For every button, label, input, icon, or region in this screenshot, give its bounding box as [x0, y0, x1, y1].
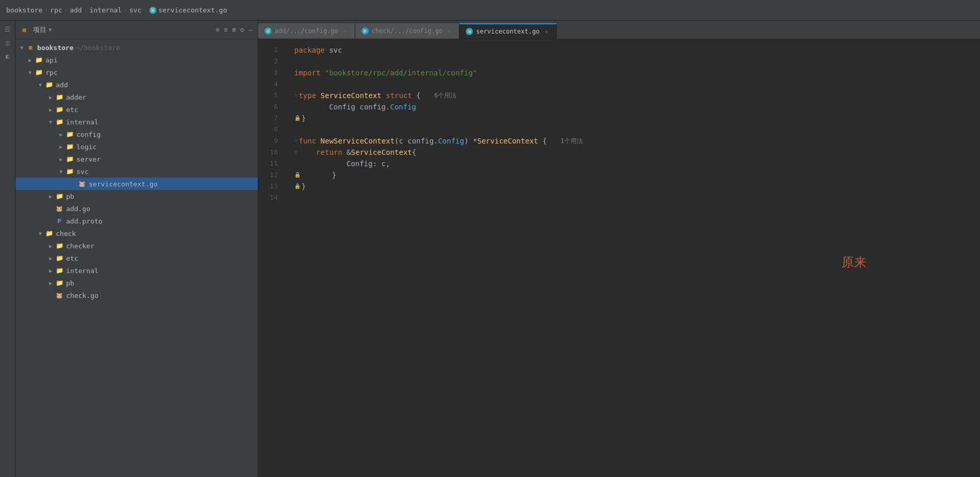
tree-item-add-proto[interactable]: P add.proto — [15, 215, 258, 227]
tree-item-check[interactable]: ▼ 📁 check — [15, 227, 258, 240]
tab1-go-icon: 🐹 — [264, 27, 272, 35]
add-arrow: ▼ — [36, 82, 44, 88]
tree-item-logic[interactable]: ▶ 📁 logic — [15, 140, 258, 153]
internal-folder-icon: 📁 — [55, 118, 64, 125]
add-button[interactable]: ⊕ — [215, 25, 221, 35]
kw-func-9: func — [299, 135, 317, 147]
lock-7: 🔒 — [294, 113, 301, 124]
func-newservicecontext: NewServiceContext — [321, 135, 394, 147]
server-arrow: ▶ — [57, 156, 65, 162]
tree-item-checker[interactable]: ▶ 📁 checker — [15, 240, 258, 252]
project-label-text: 项目 — [33, 25, 46, 35]
code-editor: 1 2 3 4 5 6 7 8 9 10 11 12 13 14 package… — [258, 39, 980, 477]
breadcrumb-bookstore[interactable]: bookstore — [6, 6, 42, 14]
tree-item-api[interactable]: ▶ 📁 api — [15, 54, 258, 66]
sidebar-icon-2[interactable]: ◫ — [2, 37, 13, 49]
logic-arrow: ▶ — [57, 144, 65, 150]
pb-folder-icon: 📁 — [55, 193, 64, 200]
tree-item-etc2[interactable]: ▶ 📁 etc — [15, 252, 258, 264]
breadcrumb-file[interactable]: 🐹 servicecontext.go — [149, 6, 227, 14]
tree-item-add[interactable]: ▼ 📁 add — [15, 78, 258, 91]
folder-icon: ■ — [20, 26, 29, 34]
param-config-type: Config — [438, 135, 464, 147]
servicecontext-label: servicecontext.go — [89, 180, 157, 188]
project-dropdown-arrow: ▼ — [49, 27, 52, 33]
root-path: ~/bookstore — [75, 44, 120, 52]
project-dropdown[interactable]: ■ 项目 ▼ — [20, 25, 52, 35]
fold-arrow-5: ▽ — [294, 90, 298, 101]
tab-add-config[interactable]: 🐹 add/.../config.go × — [258, 23, 355, 39]
code-line-6: Config config. Config — [294, 101, 980, 113]
check-go-icon: 🐹 — [55, 292, 64, 299]
root-arrow: ▼ — [18, 45, 26, 51]
checker-arrow: ▶ — [46, 243, 55, 249]
kw-type-5: type — [299, 90, 317, 101]
sidebar-icon-1[interactable]: ☰ — [2, 24, 13, 35]
tab-servicecontext[interactable]: 🐹 servicecontext.go × — [460, 23, 557, 39]
file-tree-panel: ■ 项目 ▼ ⊕ ≡ ≢ ⚙ — ▼ ■ bookstore ~/booksto… — [15, 21, 258, 477]
sidebar-icon-3[interactable]: ◧ — [2, 51, 13, 62]
settings-button[interactable]: ⚙ — [239, 25, 245, 35]
collapse-button[interactable]: ≡ — [223, 25, 229, 35]
tree-item-internal[interactable]: ▼ 📁 internal — [15, 116, 258, 128]
server-folder-icon: 📁 — [65, 155, 74, 163]
kw-package: package — [294, 44, 325, 56]
tree-item-check-go[interactable]: 🐹 check.go — [15, 289, 258, 301]
svc-label: svc — [76, 168, 88, 176]
editor-area: 🐹 add/.../config.go × 🐹 check/.../config… — [258, 21, 980, 477]
tree-toolbar: ⊕ ≡ ≢ ⚙ — — [215, 25, 254, 35]
breadcrumb-svc[interactable]: svc — [130, 6, 141, 14]
breadcrumb-add[interactable]: add — [70, 6, 82, 14]
server-label: server — [76, 155, 101, 163]
etc2-label: etc — [66, 255, 78, 262]
tab1-close[interactable]: × — [341, 27, 349, 35]
tree-item-internal2[interactable]: ▶ 📁 internal — [15, 264, 258, 277]
breadcrumb-sep-4: › — [124, 7, 128, 13]
tree-item-server[interactable]: ▶ 📁 server — [15, 153, 258, 165]
code-line-7: 🔒 } — [294, 113, 980, 124]
tree-item-pb[interactable]: ▶ 📁 pb — [15, 190, 258, 202]
return-servicecontext: ServiceContext — [351, 147, 412, 158]
breadcrumb-rpc[interactable]: rpc — [50, 6, 62, 14]
code-line-2 — [294, 56, 980, 67]
tree-item-pb2[interactable]: ▶ 📁 pb — [15, 277, 258, 289]
tab3-close[interactable]: × — [543, 28, 550, 35]
api-arrow: ▶ — [26, 57, 34, 63]
etc-label: etc — [66, 106, 78, 114]
tree-item-config[interactable]: ▶ 📁 config — [15, 128, 258, 140]
code-line-1: package svc — [294, 44, 980, 56]
tree-item-adder[interactable]: ▶ 📁 adder — [15, 91, 258, 103]
pb2-label: pb — [66, 279, 74, 287]
lock-12: 🔒 — [294, 169, 301, 181]
tree-root[interactable]: ▼ ■ bookstore ~/bookstore — [15, 41, 258, 54]
tree-item-rpc[interactable]: ▼ 📁 rpc — [15, 66, 258, 78]
breadcrumb-internal[interactable]: internal — [89, 6, 122, 14]
config-label: config — [76, 131, 101, 138]
tree-item-add-go[interactable]: 🐹 add.go — [15, 202, 258, 215]
expand-button[interactable]: ≢ — [231, 25, 238, 35]
minus-button[interactable]: — — [247, 25, 254, 35]
breadcrumb: bookstore › rpc › add › internal › svc ›… — [6, 6, 227, 14]
tab3-label: servicecontext.go — [476, 28, 540, 35]
adder-arrow: ▶ — [46, 94, 55, 100]
code-content[interactable]: package svc import "bookstore/rpc/add/in… — [284, 39, 980, 477]
code-line-14 — [294, 192, 980, 203]
add-label: add — [56, 81, 68, 89]
internal-label: internal — [66, 118, 99, 126]
usage-hint-5: 6个用法 — [427, 90, 457, 101]
import-path: "bookstore/rpc/add/internal/config" — [325, 67, 477, 78]
tab-check-config[interactable]: 🐹 check/.../config.go × — [355, 23, 460, 39]
code-line-5: ▽ type ServiceContext struct { 6个用法 — [294, 90, 980, 101]
internal2-label: internal — [66, 267, 99, 275]
tree-item-svc[interactable]: ▼ 📁 svc — [15, 165, 258, 178]
file-tree-header: ■ 项目 ▼ ⊕ ≡ ≢ ⚙ — — [15, 21, 258, 39]
tree-item-etc[interactable]: ▶ 📁 etc — [15, 103, 258, 116]
add-folder-icon: 📁 — [44, 81, 54, 88]
tree-item-servicecontext[interactable]: 🐹 servicecontext.go — [15, 178, 258, 190]
breadcrumb-sep-2: › — [65, 7, 68, 13]
return-type: ServiceContext — [477, 135, 538, 147]
kw-struct: struct — [386, 90, 412, 101]
go-file-icon: 🐹 — [149, 7, 156, 14]
tab2-close[interactable]: × — [446, 27, 453, 35]
logic-label: logic — [76, 143, 97, 151]
